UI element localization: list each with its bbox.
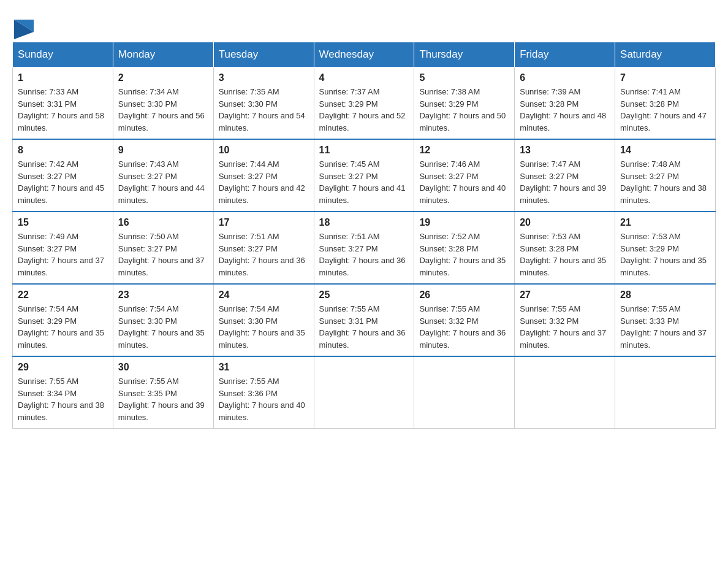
- day-info: Sunrise: 7:39 AMSunset: 3:28 PMDaylight:…: [520, 87, 606, 132]
- calendar-cell: 17 Sunrise: 7:51 AMSunset: 3:27 PMDaylig…: [213, 212, 314, 284]
- calendar-cell: 5 Sunrise: 7:38 AMSunset: 3:29 PMDayligh…: [414, 67, 515, 140]
- day-number: 3: [219, 72, 309, 83]
- day-number: 6: [520, 72, 610, 83]
- calendar-cell: 14 Sunrise: 7:48 AMSunset: 3:27 PMDaylig…: [615, 139, 716, 212]
- calendar-cell: 27 Sunrise: 7:55 AMSunset: 3:32 PMDaylig…: [515, 284, 615, 356]
- day-number: 18: [319, 217, 409, 228]
- day-number: 27: [520, 289, 610, 301]
- calendar-cell: 12 Sunrise: 7:46 AMSunset: 3:27 PMDaylig…: [414, 139, 515, 212]
- day-info: Sunrise: 7:51 AMSunset: 3:27 PMDaylight:…: [219, 232, 305, 277]
- day-info: Sunrise: 7:55 AMSunset: 3:35 PMDaylight:…: [118, 377, 205, 422]
- calendar-cell: 13 Sunrise: 7:47 AMSunset: 3:27 PMDaylig…: [515, 139, 615, 212]
- day-number: 14: [620, 145, 710, 156]
- calendar-cell: 16 Sunrise: 7:50 AMSunset: 3:27 PMDaylig…: [113, 212, 213, 284]
- day-number: 16: [118, 217, 208, 228]
- day-number: 26: [419, 289, 509, 301]
- calendar-day-header-sunday: Sunday: [13, 42, 113, 67]
- day-info: Sunrise: 7:34 AMSunset: 3:30 PMDaylight:…: [118, 87, 205, 132]
- calendar-cell: 9 Sunrise: 7:43 AMSunset: 3:27 PMDayligh…: [113, 139, 213, 212]
- day-number: 15: [18, 217, 108, 228]
- calendar-week-3: 15 Sunrise: 7:49 AMSunset: 3:27 PMDaylig…: [13, 212, 716, 284]
- calendar-cell: 28 Sunrise: 7:55 AMSunset: 3:33 PMDaylig…: [615, 284, 716, 356]
- day-info: Sunrise: 7:55 AMSunset: 3:31 PMDaylight:…: [319, 304, 406, 350]
- day-info: Sunrise: 7:55 AMSunset: 3:32 PMDaylight:…: [520, 304, 606, 350]
- calendar-cell: 31 Sunrise: 7:55 AMSunset: 3:36 PMDaylig…: [213, 356, 314, 429]
- calendar-cell: 11 Sunrise: 7:45 AMSunset: 3:27 PMDaylig…: [314, 139, 414, 212]
- day-info: Sunrise: 7:35 AMSunset: 3:30 PMDaylight:…: [219, 87, 305, 132]
- day-number: 12: [419, 145, 509, 156]
- logo-icon: [14, 20, 34, 39]
- day-info: Sunrise: 7:55 AMSunset: 3:32 PMDaylight:…: [419, 304, 506, 350]
- day-info: Sunrise: 7:48 AMSunset: 3:27 PMDaylight:…: [620, 159, 707, 205]
- calendar-cell: 29 Sunrise: 7:55 AMSunset: 3:34 PMDaylig…: [13, 356, 113, 429]
- calendar-body: 1 Sunrise: 7:33 AMSunset: 3:31 PMDayligh…: [13, 67, 716, 429]
- day-info: Sunrise: 7:49 AMSunset: 3:27 PMDaylight:…: [18, 232, 104, 277]
- day-number: 5: [419, 72, 509, 83]
- day-number: 7: [620, 72, 710, 83]
- logo: [12, 18, 34, 36]
- calendar-week-2: 8 Sunrise: 7:42 AMSunset: 3:27 PMDayligh…: [13, 139, 716, 212]
- day-info: Sunrise: 7:46 AMSunset: 3:27 PMDaylight:…: [419, 159, 506, 205]
- calendar-day-header-saturday: Saturday: [615, 42, 716, 67]
- day-number: 30: [118, 362, 208, 373]
- day-info: Sunrise: 7:53 AMSunset: 3:28 PMDaylight:…: [520, 232, 606, 277]
- calendar-cell: 19 Sunrise: 7:52 AMSunset: 3:28 PMDaylig…: [414, 212, 515, 284]
- day-number: 13: [520, 145, 610, 156]
- day-number: 10: [219, 145, 309, 156]
- calendar-cell: 10 Sunrise: 7:44 AMSunset: 3:27 PMDaylig…: [213, 139, 314, 212]
- calendar-cell: 4 Sunrise: 7:37 AMSunset: 3:29 PMDayligh…: [314, 67, 414, 140]
- day-number: 28: [620, 289, 710, 301]
- calendar-day-header-wednesday: Wednesday: [314, 42, 414, 67]
- calendar-cell: 2 Sunrise: 7:34 AMSunset: 3:30 PMDayligh…: [113, 67, 213, 140]
- calendar-cell: [414, 356, 515, 429]
- calendar-day-header-thursday: Thursday: [414, 42, 515, 67]
- day-info: Sunrise: 7:51 AMSunset: 3:27 PMDaylight:…: [319, 232, 406, 277]
- calendar-cell: 24 Sunrise: 7:54 AMSunset: 3:30 PMDaylig…: [213, 284, 314, 356]
- day-number: 22: [18, 289, 108, 301]
- day-info: Sunrise: 7:52 AMSunset: 3:28 PMDaylight:…: [419, 232, 506, 277]
- day-info: Sunrise: 7:55 AMSunset: 3:33 PMDaylight:…: [620, 304, 707, 350]
- calendar-cell: 1 Sunrise: 7:33 AMSunset: 3:31 PMDayligh…: [13, 67, 113, 140]
- calendar-cell: 26 Sunrise: 7:55 AMSunset: 3:32 PMDaylig…: [414, 284, 515, 356]
- day-info: Sunrise: 7:33 AMSunset: 3:31 PMDaylight:…: [18, 87, 104, 132]
- calendar-day-header-tuesday: Tuesday: [213, 42, 314, 67]
- day-info: Sunrise: 7:55 AMSunset: 3:36 PMDaylight:…: [219, 377, 305, 422]
- calendar-cell: 15 Sunrise: 7:49 AMSunset: 3:27 PMDaylig…: [13, 212, 113, 284]
- day-number: 25: [319, 289, 409, 301]
- calendar-cell: 7 Sunrise: 7:41 AMSunset: 3:28 PMDayligh…: [615, 67, 716, 140]
- calendar-cell: [615, 356, 716, 429]
- calendar-cell: 21 Sunrise: 7:53 AMSunset: 3:29 PMDaylig…: [615, 212, 716, 284]
- day-info: Sunrise: 7:41 AMSunset: 3:28 PMDaylight:…: [620, 87, 707, 132]
- day-number: 4: [319, 72, 409, 83]
- day-number: 2: [118, 72, 208, 83]
- day-number: 31: [219, 362, 309, 373]
- day-info: Sunrise: 7:54 AMSunset: 3:30 PMDaylight:…: [219, 304, 305, 350]
- calendar-header: SundayMondayTuesdayWednesdayThursdayFrid…: [13, 42, 716, 67]
- calendar-day-header-friday: Friday: [515, 42, 615, 67]
- day-info: Sunrise: 7:44 AMSunset: 3:27 PMDaylight:…: [219, 159, 305, 205]
- calendar-cell: 23 Sunrise: 7:54 AMSunset: 3:30 PMDaylig…: [113, 284, 213, 356]
- day-number: 19: [419, 217, 509, 228]
- calendar-cell: 3 Sunrise: 7:35 AMSunset: 3:30 PMDayligh…: [213, 67, 314, 140]
- calendar-cell: 6 Sunrise: 7:39 AMSunset: 3:28 PMDayligh…: [515, 67, 615, 140]
- day-info: Sunrise: 7:37 AMSunset: 3:29 PMDaylight:…: [319, 87, 406, 132]
- calendar-cell: 8 Sunrise: 7:42 AMSunset: 3:27 PMDayligh…: [13, 139, 113, 212]
- day-number: 8: [18, 145, 108, 156]
- day-info: Sunrise: 7:43 AMSunset: 3:27 PMDaylight:…: [118, 159, 205, 205]
- day-number: 20: [520, 217, 610, 228]
- day-info: Sunrise: 7:50 AMSunset: 3:27 PMDaylight:…: [118, 232, 205, 277]
- day-info: Sunrise: 7:45 AMSunset: 3:27 PMDaylight:…: [319, 159, 406, 205]
- calendar-cell: 18 Sunrise: 7:51 AMSunset: 3:27 PMDaylig…: [314, 212, 414, 284]
- day-number: 29: [18, 362, 108, 373]
- page-header: [12, 12, 716, 36]
- day-info: Sunrise: 7:38 AMSunset: 3:29 PMDaylight:…: [419, 87, 506, 132]
- day-info: Sunrise: 7:55 AMSunset: 3:34 PMDaylight:…: [18, 377, 104, 422]
- day-number: 1: [18, 72, 108, 83]
- day-info: Sunrise: 7:53 AMSunset: 3:29 PMDaylight:…: [620, 232, 707, 277]
- day-number: 21: [620, 217, 710, 228]
- day-info: Sunrise: 7:42 AMSunset: 3:27 PMDaylight:…: [18, 159, 104, 205]
- calendar-cell: 20 Sunrise: 7:53 AMSunset: 3:28 PMDaylig…: [515, 212, 615, 284]
- day-info: Sunrise: 7:54 AMSunset: 3:29 PMDaylight:…: [18, 304, 104, 350]
- day-number: 11: [319, 145, 409, 156]
- calendar-week-1: 1 Sunrise: 7:33 AMSunset: 3:31 PMDayligh…: [13, 67, 716, 140]
